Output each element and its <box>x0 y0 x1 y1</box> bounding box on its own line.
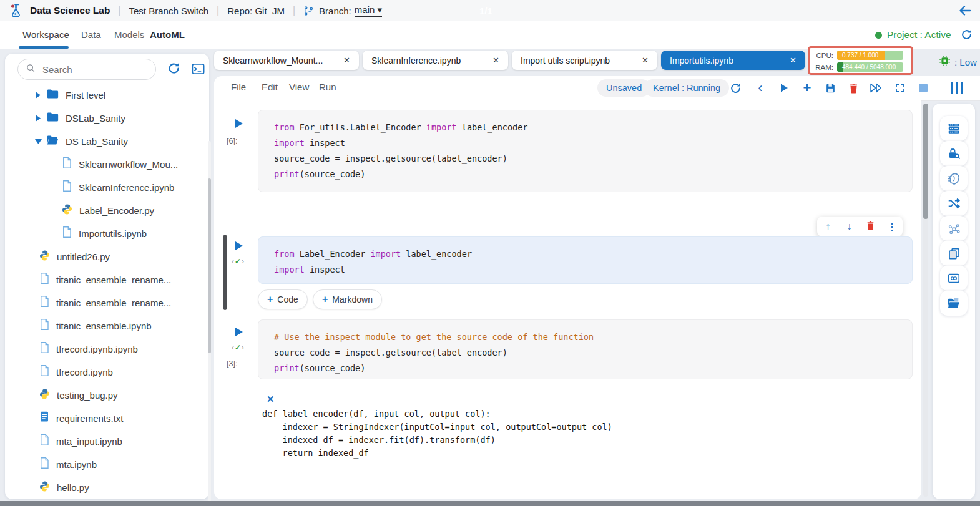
open-folder-icon[interactable] <box>940 291 968 316</box>
cell-code[interactable]: from Label_Encoder import label_encoderi… <box>274 246 912 278</box>
back-arrow-icon[interactable] <box>958 3 973 21</box>
save-icon[interactable] <box>823 80 838 95</box>
ram-usage-value: 484.440 / 5048.000 <box>842 64 896 71</box>
code-cell[interactable]: # Use the inspect module to get the sour… <box>258 319 913 379</box>
notebook-scrollbar[interactable] <box>923 104 928 497</box>
cpu-usage-value: 0.737 / 1.000 <box>842 52 878 59</box>
menu-view[interactable]: View <box>289 82 309 92</box>
tree-item-folder-open[interactable]: DS Lab_Sanity <box>5 130 222 152</box>
fullscreen-icon[interactable] <box>893 80 908 95</box>
run-all-icon[interactable] <box>869 80 884 95</box>
stop-kernel-icon[interactable] <box>916 80 931 95</box>
tree-item-notebook[interactable]: titanic_ensemble_rename... <box>5 292 226 313</box>
tree-item-text-file[interactable]: requirements.txt <box>5 407 226 429</box>
add-code-cell-button[interactable]: + Code <box>258 289 308 309</box>
kernel-refresh-icon[interactable] <box>728 80 743 95</box>
tree-item-notebook[interactable]: titanic_ensemble.ipynb <box>5 315 226 336</box>
nav-tab-automl[interactable]: AutoML <box>150 29 185 40</box>
move-cell-down-icon[interactable]: ↓ <box>841 221 857 232</box>
editor-tab[interactable]: Sklearnworkflow_Mount... ✕ <box>214 51 359 70</box>
close-icon[interactable]: ✕ <box>343 56 350 65</box>
caret-down-icon[interactable] <box>35 139 46 144</box>
sidebar-scrollbar-thumb[interactable] <box>208 178 211 353</box>
editor-tab[interactable]: SklearnInference.ipynb ✕ <box>363 51 508 70</box>
notebook-file-icon <box>61 180 72 195</box>
cell-code[interactable]: from For_utils.Lablel_Encoder import lab… <box>274 120 912 182</box>
tree-item-python[interactable]: hello.py <box>5 477 226 498</box>
security-lock-icon[interactable] <box>940 141 968 166</box>
tree-item-notebook[interactable]: SklearnInference.ipynb <box>5 177 248 198</box>
tree-item-notebook[interactable]: Importutils.ipynb <box>5 223 248 244</box>
notebook-scrollbar-thumb[interactable] <box>923 104 928 219</box>
project-refresh-icon[interactable] <box>960 28 973 44</box>
unsaved-badge: Unsaved <box>597 79 650 97</box>
run-cell-icon[interactable] <box>777 80 791 95</box>
nav-tab-data[interactable]: Data <box>81 29 101 40</box>
delete-cell-icon[interactable] <box>846 80 861 95</box>
tree-item-notebook[interactable]: titanic_ensemble_rename... <box>5 269 226 290</box>
cell-success-check-icon: ‹✓› <box>232 343 245 352</box>
tree-item-folder[interactable]: First level <box>5 84 222 105</box>
cell-code[interactable]: # Use the inspect module to get the sour… <box>274 329 912 376</box>
tree-item-notebook[interactable]: Sklearnworkflow_Mou... <box>5 153 248 175</box>
add-cell-icon[interactable]: + <box>800 80 815 95</box>
search-input[interactable] <box>41 64 137 75</box>
ai-brain-icon[interactable] <box>940 166 968 191</box>
menu-run[interactable]: Run <box>319 82 336 92</box>
tree-item-python[interactable]: testing_bug.py <box>5 384 226 406</box>
add-markdown-cell-button[interactable]: + Markdown <box>313 289 382 309</box>
cell-output: def label_encoder(df, input_col, output_… <box>262 407 612 460</box>
ram-usage-bar: 484.440 / 5048.000 <box>837 62 903 72</box>
plus-icon: + <box>267 294 273 305</box>
server-rack-icon[interactable] <box>940 116 968 141</box>
infinity-window-icon[interactable] <box>940 266 968 291</box>
menu-file[interactable]: File <box>231 82 246 92</box>
nav-tab-models[interactable]: Models <box>114 29 144 40</box>
branch-selector[interactable]: main ▾ <box>355 4 382 17</box>
tree-item-notebook[interactable]: mta.ipynb <box>5 454 226 475</box>
tree-item-notebook[interactable]: tfrecord.ipynb <box>5 361 226 382</box>
close-icon[interactable]: ✕ <box>790 56 796 65</box>
shuffle-icon[interactable] <box>940 191 968 216</box>
run-cell-play-icon[interactable] <box>235 119 243 128</box>
tree-item-notebook[interactable]: mta_input.ipynb <box>5 431 226 452</box>
right-tools-panel <box>933 104 975 499</box>
code-cell[interactable]: from For_utils.Lablel_Encoder import lab… <box>258 110 913 192</box>
more-options-kebab-icon[interactable]: ⋮ <box>884 221 900 233</box>
layout-columns-icon[interactable] <box>946 80 968 95</box>
caret-right-icon[interactable] <box>35 92 46 99</box>
run-cell-play-icon[interactable] <box>235 241 243 250</box>
tree-item-notebook[interactable]: tfrecord.ipynb.ipynb <box>5 338 226 359</box>
menu-edit[interactable]: Edit <box>262 82 278 92</box>
move-cell-up-icon[interactable]: ↑ <box>820 221 836 232</box>
clear-output-icon[interactable]: ✕ <box>267 394 275 405</box>
chevron-down-icon: ▾ <box>377 4 382 15</box>
notebook-canvas: from For_utils.Lablel_Encoder import lab… <box>214 100 921 499</box>
nav-tab-workspace[interactable]: Workspace <box>22 29 69 40</box>
delete-cell-icon[interactable] <box>863 220 879 233</box>
notebook-header: File Edit View Run Unsaved Kernel : Runn… <box>214 76 980 101</box>
terminal-icon[interactable] <box>191 62 205 79</box>
editor-tab[interactable]: Import utils script.ipynb ✕ <box>512 51 657 70</box>
chevron-left-icon[interactable]: ‹ <box>753 80 768 95</box>
editor-tab-active[interactable]: Importutils.ipynb ✕ <box>661 51 805 70</box>
close-icon[interactable]: ✕ <box>642 56 649 65</box>
tree-item-python[interactable]: Label_Encoder.py <box>5 200 248 221</box>
explorer-refresh-icon[interactable] <box>167 61 181 78</box>
molecule-network-icon[interactable] <box>940 216 968 241</box>
status-dot-icon <box>875 32 882 39</box>
tree-item-python[interactable]: untitled26.py <box>5 246 226 267</box>
sidebar-scrollbar[interactable] <box>208 141 211 506</box>
code-cell-selected[interactable]: from Label_Encoder import label_encoderi… <box>258 236 913 284</box>
python-file-icon <box>39 480 51 495</box>
search-box[interactable] <box>17 59 156 80</box>
copy-pages-icon[interactable] <box>940 241 968 266</box>
cell-success-check-icon: ‹✓› <box>232 257 245 266</box>
tree-item-folder[interactable]: DSLab_Sanity <box>5 107 222 129</box>
project-status: Project : Active <box>875 29 951 41</box>
divider: | <box>118 5 120 16</box>
cell-actions-toolbar: ↑ ↓ ⋮ <box>817 217 903 236</box>
close-icon[interactable]: ✕ <box>492 56 499 65</box>
caret-right-icon[interactable] <box>35 115 46 122</box>
run-cell-play-icon[interactable] <box>235 328 243 336</box>
